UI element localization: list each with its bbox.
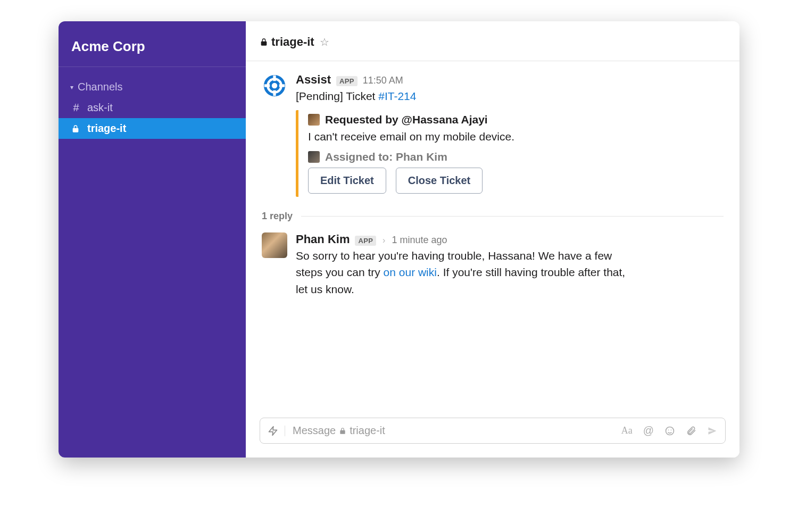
lock-icon xyxy=(339,427,346,435)
ticket-status-prefix: [Pending] Ticket xyxy=(296,90,378,102)
channels-label: Channels xyxy=(78,81,123,93)
composer-area: Message triage-it Aa @ xyxy=(246,418,739,458)
avatar-assignee[interactable] xyxy=(308,151,320,163)
svg-marker-6 xyxy=(269,426,277,435)
sidebar: Acme Corp ▾ Channels # ask-it triage-it xyxy=(59,21,246,458)
message-body: Assist APP 11:50 AM [Pending] Ticket #IT… xyxy=(296,73,724,197)
message-body: Phan Kim APP › 1 minute ago So sorry to … xyxy=(296,232,724,298)
svg-rect-3 xyxy=(273,90,276,96)
assigned-to-row: Assigned to: Phan Kim xyxy=(308,151,724,163)
svg-rect-2 xyxy=(273,76,276,81)
ticket-actions: Edit Ticket Close Ticket xyxy=(308,168,724,194)
svg-point-7 xyxy=(666,427,674,435)
separator-line xyxy=(301,216,724,217)
reply-text: So sorry to hear you're having trouble, … xyxy=(296,247,626,298)
workspace-header[interactable]: Acme Corp xyxy=(59,32,246,67)
svg-point-9 xyxy=(671,429,672,430)
attachment-icon[interactable] xyxy=(686,426,696,436)
channel-title[interactable]: triage-it xyxy=(260,35,314,49)
placeholder-prefix: Message xyxy=(293,425,336,437)
svg-rect-5 xyxy=(279,84,285,87)
timestamp: 1 minute ago xyxy=(392,235,447,246)
channel-item-triage-it[interactable]: triage-it xyxy=(59,118,246,139)
app-badge: APP xyxy=(336,76,358,86)
main-panel: triage-it ☆ xyxy=(246,21,739,458)
lock-icon xyxy=(71,124,81,133)
hash-icon: # xyxy=(71,102,81,114)
app-badge: APP xyxy=(355,236,376,246)
format-icon[interactable]: Aa xyxy=(621,425,633,436)
ticket-attachment: Requested by @Hassana Ajayi I can't rece… xyxy=(296,110,724,197)
requested-by-label: Requested by xyxy=(325,113,402,126)
assigned-to-user[interactable]: Phan Kim xyxy=(396,151,447,163)
message-header: Phan Kim APP › 1 minute ago xyxy=(296,232,724,246)
svg-point-8 xyxy=(668,429,669,430)
svg-rect-4 xyxy=(264,84,270,87)
lock-icon xyxy=(260,38,268,46)
caret-right-icon: › xyxy=(383,236,385,245)
lightning-icon[interactable] xyxy=(268,426,285,436)
caret-down-icon: ▾ xyxy=(70,84,73,91)
thread-separator: 1 reply xyxy=(262,211,724,222)
timestamp: 11:50 AM xyxy=(363,75,403,86)
ticket-link[interactable]: #IT-214 xyxy=(378,90,416,102)
reply-count[interactable]: 1 reply xyxy=(262,211,293,222)
channel-name: triage-it xyxy=(87,122,126,135)
emoji-icon[interactable] xyxy=(664,426,675,436)
channel-header: triage-it ☆ xyxy=(246,21,739,61)
message-list: Assist APP 11:50 AM [Pending] Ticket #IT… xyxy=(246,61,739,418)
channels-section-header[interactable]: ▾ Channels xyxy=(59,77,246,97)
composer-placeholder[interactable]: Message triage-it xyxy=(293,425,614,437)
ticket-description: I can't receive email on my mobile devic… xyxy=(308,130,724,143)
star-icon[interactable]: ☆ xyxy=(320,36,329,48)
message-header: Assist APP 11:50 AM xyxy=(296,73,724,87)
placeholder-channel: triage-it xyxy=(350,425,385,437)
edit-ticket-button[interactable]: Edit Ticket xyxy=(308,168,386,194)
app-window: Acme Corp ▾ Channels # ask-it triage-it … xyxy=(59,21,739,458)
message-reply: Phan Kim APP › 1 minute ago So sorry to … xyxy=(262,232,724,298)
channel-title-text: triage-it xyxy=(271,35,314,49)
avatar-assist[interactable] xyxy=(262,73,287,98)
svg-point-1 xyxy=(270,81,279,90)
mention-icon[interactable]: @ xyxy=(643,425,654,437)
close-ticket-button[interactable]: Close Ticket xyxy=(396,168,483,194)
author-name[interactable]: Phan Kim xyxy=(296,232,350,246)
avatar-phan-kim[interactable] xyxy=(262,232,287,258)
channel-item-ask-it[interactable]: # ask-it xyxy=(59,97,246,118)
send-icon[interactable] xyxy=(707,426,718,436)
author-name[interactable]: Assist xyxy=(296,73,331,87)
message-assist: Assist APP 11:50 AM [Pending] Ticket #IT… xyxy=(262,73,724,197)
composer-actions: Aa @ xyxy=(621,425,718,437)
ticket-status-line: [Pending] Ticket #IT-214 xyxy=(296,88,724,105)
message-composer[interactable]: Message triage-it Aa @ xyxy=(260,418,726,444)
wiki-link[interactable]: on our wiki xyxy=(384,266,437,278)
requested-by-user[interactable]: @Hassana Ajayi xyxy=(402,113,488,126)
channel-name: ask-it xyxy=(87,102,113,114)
avatar-requester[interactable] xyxy=(308,114,320,126)
workspace-name: Acme Corp xyxy=(71,38,233,55)
assigned-to-label: Assigned to: xyxy=(325,151,396,163)
requested-by-row: Requested by @Hassana Ajayi xyxy=(308,113,724,126)
lifesaver-icon xyxy=(263,74,286,97)
